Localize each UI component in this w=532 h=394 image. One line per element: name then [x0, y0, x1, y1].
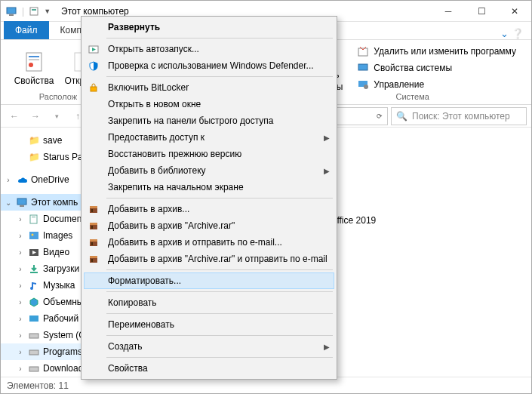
- autoplay-icon: [85, 42, 102, 56]
- winrar-icon: [85, 235, 102, 249]
- tab-file[interactable]: Файл: [4, 21, 49, 39]
- thispc-icon: [5, 5, 17, 17]
- ctx-create[interactable]: Создать▶: [84, 338, 334, 355]
- svg-rect-28: [29, 367, 38, 371]
- svg-rect-37: [91, 87, 97, 91]
- video-icon: [28, 246, 40, 258]
- svg-rect-49: [91, 259, 93, 262]
- properties-label: Свойства: [14, 75, 54, 86]
- manage-icon: [357, 78, 369, 91]
- group-system-label: Система: [396, 92, 429, 101]
- ctx-autoplay[interactable]: Открыть автозапуск...: [84, 41, 334, 57]
- svg-rect-13: [358, 64, 367, 70]
- winrar-icon: [85, 202, 102, 216]
- svg-point-24: [30, 287, 33, 290]
- svg-rect-16: [17, 199, 26, 205]
- ctx-archive-2[interactable]: Добавить в архив "Archive.rar": [84, 217, 334, 234]
- system-properties-icon: [357, 62, 369, 74]
- context-menu: Развернуть Открыть автозапуск... Проверк…: [81, 16, 337, 380]
- svg-rect-17: [20, 205, 24, 207]
- svg-rect-5: [29, 56, 39, 57]
- manage-button[interactable]: Управление: [354, 77, 519, 92]
- qat-dropdown-icon[interactable]: ▼: [44, 8, 51, 15]
- svg-point-15: [364, 85, 368, 89]
- ctx-library[interactable]: Добавить в библиотеку▶: [84, 162, 334, 179]
- qat-properties-icon[interactable]: [29, 6, 39, 17]
- maximize-button[interactable]: ☐: [465, 1, 498, 22]
- svg-rect-43: [91, 226, 93, 229]
- properties-icon: [22, 50, 46, 74]
- chevron-right-icon: ▶: [324, 134, 330, 142]
- drive-icon: [28, 346, 40, 358]
- documents-icon: [28, 213, 40, 225]
- chevron-right-icon: ▶: [324, 167, 330, 175]
- ctx-pin-start[interactable]: Закрепить на начальном экране: [84, 179, 334, 195]
- search-box[interactable]: 🔍 Поиск: Этот компьютер: [391, 107, 527, 125]
- svg-rect-42: [90, 223, 97, 225]
- svg-rect-1: [9, 14, 14, 16]
- shield-icon: [85, 59, 102, 72]
- uninstall-button[interactable]: Удалить или изменить программу: [354, 44, 519, 59]
- ctx-archive-3[interactable]: Добавить в архив и отправить по e-mail..…: [84, 234, 334, 251]
- nav-forward-button[interactable]: →: [26, 107, 45, 125]
- svg-rect-48: [90, 256, 97, 258]
- svg-point-7: [29, 63, 33, 67]
- svg-rect-45: [90, 239, 97, 242]
- properties-button[interactable]: Свойства: [13, 50, 55, 86]
- svg-rect-19: [32, 217, 35, 217]
- svg-rect-6: [29, 59, 39, 60]
- ctx-pin-quick[interactable]: Закрепить на панели быстрого доступа: [84, 112, 334, 129]
- svg-rect-26: [29, 334, 38, 338]
- ribbon-help-icon[interactable]: ⌄ ❔: [500, 28, 524, 39]
- music-icon: [28, 279, 40, 291]
- qat-sep: |: [22, 6, 24, 17]
- ctx-format[interactable]: Форматировать...: [84, 272, 334, 289]
- svg-rect-27: [29, 350, 38, 355]
- folder-icon: 📁: [28, 151, 40, 163]
- status-count: Элементов: 11: [7, 380, 69, 391]
- winrar-icon: [85, 219, 102, 232]
- svg-rect-2: [30, 8, 38, 15]
- svg-rect-0: [7, 8, 16, 14]
- lock-icon: [85, 81, 102, 94]
- ctx-newwindow[interactable]: Открыть в новом окне: [84, 96, 334, 112]
- svg-rect-4: [26, 53, 42, 71]
- drive-icon: [28, 329, 40, 341]
- svg-rect-3: [32, 9, 36, 11]
- ctx-bitlocker[interactable]: Включить BitLocker: [84, 79, 334, 96]
- group-location-label: Располож: [39, 92, 77, 101]
- ctx-copy[interactable]: Копировать: [84, 294, 334, 311]
- system-properties-button[interactable]: Свойства системы: [354, 60, 519, 75]
- nav-recent-button[interactable]: ▾: [48, 107, 66, 125]
- svg-rect-39: [90, 206, 97, 208]
- svg-rect-23: [30, 272, 38, 273]
- ctx-restore[interactable]: Восстановить прежнюю версию: [84, 146, 334, 162]
- svg-rect-40: [91, 209, 93, 212]
- svg-rect-46: [91, 242, 93, 245]
- desktop-icon: [28, 312, 40, 325]
- drive-icon: [28, 362, 40, 374]
- thispc-icon: [16, 196, 28, 208]
- refresh-icon[interactable]: ⟳: [377, 112, 383, 120]
- ctx-share[interactable]: Предоставить доступ к▶: [84, 129, 334, 146]
- svg-point-21: [32, 234, 34, 236]
- ctx-rename[interactable]: Переименовать: [84, 316, 334, 333]
- onedrive-icon: [16, 174, 28, 186]
- nav-back-button[interactable]: ←: [5, 107, 23, 125]
- svg-rect-18: [30, 215, 37, 223]
- ctx-properties[interactable]: Свойства: [84, 360, 334, 377]
- close-button[interactable]: ✕: [498, 1, 531, 22]
- uninstall-icon: [357, 45, 369, 57]
- search-icon: 🔍: [396, 111, 407, 122]
- ctx-archive-4[interactable]: Добавить в архив "Archive.rar" и отправи…: [84, 251, 334, 267]
- ctx-defender[interactable]: Проверка с использованием Windows Defend…: [84, 57, 334, 74]
- ctx-archive-1[interactable]: Добавить в архив...: [84, 201, 334, 217]
- window-title: Этот компьютер: [61, 6, 129, 17]
- 3d-icon: [28, 296, 40, 308]
- winrar-icon: [85, 252, 102, 266]
- ctx-expand[interactable]: Развернуть: [84, 19, 334, 35]
- svg-rect-20: [29, 232, 38, 239]
- svg-rect-25: [29, 316, 38, 322]
- minimize-button[interactable]: ─: [432, 1, 465, 22]
- downloads-icon: [28, 263, 40, 275]
